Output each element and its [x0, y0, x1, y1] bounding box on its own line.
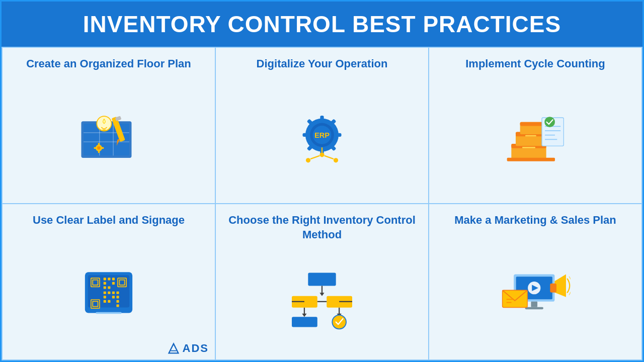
- svg-rect-84: [88, 309, 129, 311]
- svg-marker-86: [169, 344, 178, 353]
- svg-rect-81: [108, 300, 110, 303]
- svg-marker-90: [319, 293, 324, 296]
- ads-logo-icon: [167, 341, 181, 355]
- svg-rect-77: [104, 296, 106, 298]
- header: INVENTORY CONTROL BEST PRACTICES: [2, 2, 642, 47]
- floor-plan-icon: [76, 112, 141, 162]
- marketing-icon: [500, 263, 571, 324]
- svg-rect-41: [525, 135, 536, 136]
- cell-inventory-method: Choose the Right Inventory Control Metho…: [216, 204, 429, 360]
- cell-label-signage: Use Clear Label and Signage: [3, 204, 216, 360]
- svg-rect-22: [336, 133, 342, 137]
- svg-rect-61: [120, 280, 124, 285]
- svg-rect-98: [292, 317, 317, 327]
- cell-floor-plan-title: Create an Organized Floor Plan: [26, 57, 191, 71]
- svg-rect-73: [104, 292, 106, 294]
- svg-point-34: [334, 158, 338, 162]
- svg-rect-19: [320, 116, 324, 121]
- icon-area-digitalize: ERP: [292, 76, 352, 198]
- cell-cycle-counting-title: Implement Cycle Counting: [465, 57, 605, 71]
- cell-digitalize: Digitalize Your Operation: [216, 48, 429, 204]
- svg-rect-66: [104, 278, 106, 280]
- icon-area-marketing: [500, 233, 571, 354]
- svg-rect-71: [104, 286, 106, 289]
- page-wrapper: INVENTORY CONTROL BEST PRACTICES Create …: [0, 0, 644, 362]
- content-grid: Create an Organized Floor Plan: [2, 47, 642, 360]
- label-signage-icon: [78, 263, 139, 324]
- cell-marketing-title: Make a Marketing & Sales Plan: [454, 213, 616, 228]
- cell-label-signage-title: Use Clear Label and Signage: [33, 213, 185, 228]
- svg-rect-80: [104, 300, 106, 303]
- svg-point-99: [332, 315, 346, 329]
- svg-rect-72: [108, 286, 110, 289]
- svg-rect-68: [112, 278, 115, 280]
- svg-rect-107: [525, 307, 543, 309]
- cell-floor-plan: Create an Organized Floor Plan: [3, 48, 216, 204]
- svg-rect-83: [116, 304, 119, 307]
- svg-point-12: [97, 146, 101, 150]
- svg-rect-69: [104, 282, 106, 285]
- svg-rect-70: [112, 282, 115, 285]
- icon-area-flowchart: [287, 247, 357, 354]
- svg-rect-15: [94, 147, 96, 149]
- ads-logo-text: ADS: [183, 342, 209, 355]
- svg-point-32: [306, 158, 310, 162]
- svg-rect-38: [522, 147, 535, 148]
- svg-rect-85: [96, 312, 121, 314]
- cell-cycle-counting: Implement Cycle Counting: [429, 48, 642, 204]
- icon-area-cycle: [503, 76, 568, 198]
- svg-rect-65: [93, 302, 98, 306]
- svg-text:ERP: ERP: [314, 131, 330, 139]
- svg-point-30: [319, 152, 324, 157]
- svg-rect-78: [112, 296, 115, 298]
- icon-area-floor-plan: [76, 76, 141, 198]
- logo-area: ADS: [167, 341, 209, 355]
- svg-rect-67: [108, 278, 110, 280]
- svg-point-50: [544, 117, 555, 127]
- svg-rect-74: [108, 292, 110, 294]
- svg-rect-88: [308, 273, 336, 286]
- svg-rect-106: [531, 302, 537, 307]
- cell-inventory-method-title: Choose the Right Inventory Control Metho…: [226, 213, 418, 242]
- svg-line-35: [325, 155, 334, 158]
- svg-rect-21: [303, 133, 308, 137]
- svg-rect-75: [112, 292, 115, 294]
- flowchart-icon: [287, 270, 357, 331]
- svg-rect-57: [93, 280, 98, 285]
- erp-icon: ERP: [292, 110, 352, 165]
- svg-rect-14: [98, 151, 100, 153]
- svg-rect-10: [102, 129, 106, 131]
- svg-rect-13: [98, 143, 100, 145]
- svg-rect-109: [550, 283, 556, 292]
- cycle-counting-icon: [503, 110, 568, 165]
- cell-marketing: Make a Marketing & Sales Plan: [429, 204, 642, 360]
- svg-rect-76: [116, 292, 119, 294]
- svg-marker-95: [302, 314, 306, 317]
- svg-rect-82: [116, 300, 119, 303]
- svg-rect-79: [116, 296, 119, 298]
- icon-area-label: [78, 233, 139, 354]
- svg-line-33: [310, 155, 319, 158]
- svg-rect-51: [507, 158, 555, 161]
- page-title: INVENTORY CONTROL BEST PRACTICES: [17, 11, 627, 38]
- svg-rect-16: [102, 147, 104, 149]
- svg-rect-43: [520, 122, 544, 126]
- cell-digitalize-title: Digitalize Your Operation: [257, 57, 388, 71]
